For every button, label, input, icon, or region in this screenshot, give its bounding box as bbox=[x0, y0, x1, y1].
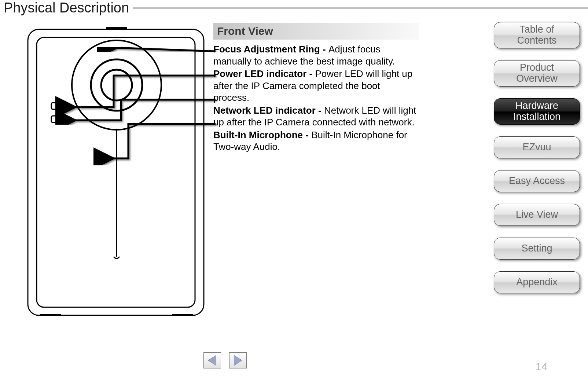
prev-page-button[interactable] bbox=[203, 352, 221, 368]
callout-label: Focus Adjustment Ring - bbox=[213, 44, 328, 55]
svg-rect-10 bbox=[172, 314, 193, 316]
svg-rect-11 bbox=[106, 27, 127, 29]
callout-network-led: Network LED indicator - Network LED will… bbox=[213, 104, 419, 128]
svg-point-7 bbox=[103, 157, 106, 160]
callout-focus-ring: Focus Adjustment Ring - Adjust focus man… bbox=[213, 43, 419, 67]
callout-label: Power LED indicator - bbox=[213, 68, 315, 79]
nav-hardware-installation[interactable]: Hardware Installation bbox=[494, 98, 580, 125]
nav-toc[interactable]: Table of Contents bbox=[494, 22, 580, 48]
triangle-left-icon bbox=[208, 355, 216, 366]
nav-ezvuu[interactable]: EZvuu bbox=[494, 136, 580, 158]
svg-rect-5 bbox=[51, 103, 67, 109]
nav-appendix[interactable]: Appendix bbox=[494, 271, 580, 293]
callout-microphone: Built-In Microphone - Built-In Microphon… bbox=[213, 129, 419, 153]
description-area: Front View Focus Adjustment Ring - Adjus… bbox=[213, 23, 419, 154]
nav-setting[interactable]: Setting bbox=[494, 238, 580, 260]
nav-product-overview[interactable]: Product Overview bbox=[494, 60, 580, 87]
pager-controls bbox=[203, 352, 247, 368]
callout-label: Network LED indicator - bbox=[213, 105, 324, 116]
svg-rect-9 bbox=[40, 314, 61, 316]
callout-power-led: Power LED indicator - Power LED will lig… bbox=[213, 68, 419, 104]
callout-label: Built-In Microphone - bbox=[213, 129, 311, 140]
title-divider bbox=[133, 7, 588, 9]
nav-live-view[interactable]: Live View bbox=[494, 204, 580, 226]
next-page-button[interactable] bbox=[229, 352, 247, 368]
page-number: 14 bbox=[536, 360, 548, 373]
device-diagram bbox=[26, 23, 209, 324]
svg-point-4 bbox=[101, 70, 132, 100]
section-header: Front View bbox=[213, 23, 419, 40]
description-body: Focus Adjustment Ring - Adjust focus man… bbox=[213, 43, 419, 153]
triangle-right-icon bbox=[234, 355, 242, 366]
svg-rect-6 bbox=[51, 116, 67, 122]
sidebar-nav: Table of ContentsProduct OverviewHardwar… bbox=[494, 22, 580, 293]
nav-easy-access[interactable]: Easy Access bbox=[494, 170, 580, 192]
page-title: Physical Description bbox=[4, 0, 129, 16]
